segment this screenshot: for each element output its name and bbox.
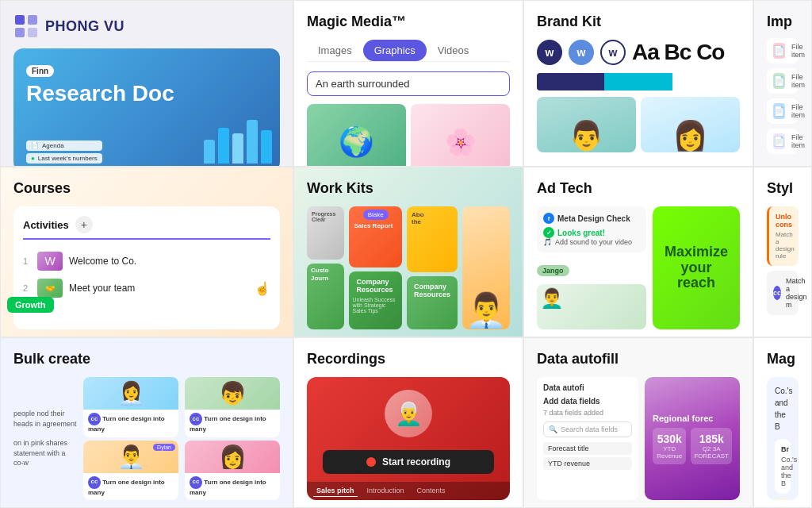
start-recording-button[interactable]: Start recording	[323, 450, 494, 474]
tab-graphics[interactable]: Graphics	[363, 40, 427, 61]
da-stat-2-num: 185k	[694, 433, 729, 445]
rec-dot-icon	[366, 457, 376, 467]
tab-images[interactable]: Images	[307, 40, 363, 61]
card-phongvu: PHONG VU Finn Research Doc 📄Agenda ●Last…	[0, 0, 293, 167]
looks-great: ✓ Looks great!	[543, 227, 640, 238]
mag-item-2: and match design m	[775, 498, 791, 500]
bulk-person-1-text: cc Turn one design into many	[83, 410, 178, 437]
wk-right-col: Abothe Company Resources	[407, 206, 458, 329]
styl-content: Unlo cons Match a design rule cc Match a…	[767, 206, 799, 315]
wk-mid-col: Blake Sales Report Company Resources Unl…	[349, 206, 401, 329]
jango-section: Jango	[537, 262, 646, 276]
da-stats: 530k YTD Revenue 185k Q2 3A FORECAST	[653, 428, 732, 464]
da-search-placeholder: Search data fields	[561, 425, 618, 433]
da-stat-2: 185k Q2 3A FORECAST	[691, 428, 732, 464]
card-brand-kit: Brand Kit w w w Aa Bc Co 👨 👩	[523, 0, 753, 167]
ad-tech-title: Ad Tech	[537, 180, 740, 197]
activities-label: Activities	[23, 219, 69, 231]
bk-logo-dark: w	[537, 40, 562, 65]
rec-avatar: 👨‍🦳	[385, 390, 432, 437]
card-bulk-create: Bulk create people nod their heads in ag…	[0, 337, 293, 508]
course-label-1: Welcome to Co.	[69, 256, 136, 267]
wk-custom-journey-text: CustoJourn	[307, 264, 344, 285]
wk-left-col: ProgressClear CustoJourn	[307, 206, 344, 329]
maximize-text: Maximize your reach	[661, 244, 732, 291]
person-photo-1: 👨	[537, 97, 636, 152]
start-recording-label: Start recording	[382, 456, 450, 468]
meta-icon: f	[543, 213, 554, 224]
mag-item-1-title: Br	[781, 445, 784, 453]
svg-rect-0	[15, 15, 25, 25]
da-search[interactable]: 🔍 Search data fields	[543, 421, 632, 437]
phongvu-logo: PHONG VU	[13, 13, 280, 39]
rec-tabs: Sales pitch Introduction Contents	[307, 482, 510, 500]
company-res-1-label: Company Resources	[352, 275, 398, 297]
cc-logo-styl: cc	[773, 286, 781, 300]
mag-title: Mag	[767, 351, 799, 368]
jango-badge: Jango	[537, 265, 569, 276]
card-magic-media: Magic Media™ Images Graphics Videos An e…	[293, 0, 523, 167]
magic-media-title: Magic Media™	[307, 13, 510, 30]
imp-item-label-3: File item	[791, 103, 805, 119]
finn-badge: Finn	[26, 65, 54, 77]
phongvu-brand-name: PHONG VU	[45, 18, 124, 35]
wk-company-res-1: Company Resources Unleash Success with S…	[349, 271, 401, 329]
mag-content: Co.'s and the B Br Co.'s and the B and m…	[767, 377, 799, 500]
tab-videos[interactable]: Videos	[427, 40, 481, 61]
imp-item-label-2: File item	[791, 73, 805, 89]
chart-bars	[204, 120, 272, 164]
da-field-2: YTD revenue	[543, 457, 632, 470]
flower-visual: 🌸	[411, 104, 510, 167]
bulk-person-2: 👨‍💼 cc Turn one design into many Dylan	[83, 441, 178, 501]
mag-item-1: Br Co.'s and the B	[775, 439, 791, 494]
mag-item-1-body: Co.'s and the B	[781, 456, 784, 487]
color-swatch-white	[672, 73, 740, 90]
photo-person2: 👩	[641, 97, 740, 152]
phongvu-logo-icon	[13, 13, 39, 39]
rec-tab-contents[interactable]: Contents	[414, 485, 449, 497]
person-photo-2: 👩	[641, 97, 740, 152]
imp-item-4: 📄 File item	[767, 129, 799, 154]
courses-content: Activities + 1 W Welcome to Co. 2 🤝 Meet…	[13, 206, 280, 329]
brand-kit-logos: w w w Aa Bc Co	[537, 40, 740, 65]
blake-badge: Blake	[363, 210, 389, 220]
wk-about-text: Abothe	[412, 211, 453, 225]
bulk-person-3: 👦 cc Turn one design into many	[185, 377, 280, 437]
imp-list: 📄 File item 📄 File item 📄 File item 📄 Fi…	[767, 38, 799, 154]
da-right-panel: Regional forec 530k YTD Revenue 185k Q2 …	[645, 377, 740, 500]
meta-check-label: Meta Design Check	[557, 214, 630, 223]
imp-item-3: 📄 File item	[767, 98, 799, 124]
course-item-1: 1 W Welcome to Co.	[23, 248, 270, 275]
da-field-count: 7 data fields added	[543, 409, 632, 417]
wk-company-res-2: Company Resources	[407, 276, 458, 329]
course-item-2: 2 🤝 Meet your team ☝️	[23, 275, 270, 302]
course-num-2: 2	[23, 283, 31, 293]
bulk-create-inner: people nod their heads in agreement on i…	[13, 377, 280, 500]
da-field-1: Forecast title	[543, 442, 632, 455]
bulk-left-text-1: people nod their heads in agreement	[13, 406, 77, 432]
dylan-badge: Dylan	[153, 444, 175, 451]
bulk-left-text-2: on in pink shares statement with a co-w	[13, 435, 77, 471]
magic-media-search[interactable]: An earth surrounded	[307, 71, 510, 96]
styl-item-2: cc Match a design m	[767, 271, 799, 315]
bulk-persons-col-2: 👦 cc Turn one design into many 👩 cc Turn…	[185, 377, 280, 500]
doc-meta-agenda: 📄Agenda	[26, 140, 102, 151]
ad-tech-right: Maximize your reach	[653, 206, 740, 329]
imp-item-1: 📄 File item	[767, 38, 799, 64]
rec-tab-sales-pitch[interactable]: Sales pitch	[313, 485, 358, 497]
svg-rect-1	[28, 15, 37, 25]
bulk-photo-3: 👦	[185, 377, 280, 410]
add-activity-button[interactable]: +	[75, 216, 93, 233]
imp-icon-2: 📄	[773, 73, 785, 89]
rec-tab-introduction[interactable]: Introduction	[364, 485, 408, 497]
styl-cc-row: cc Match a design m	[773, 277, 792, 309]
courses-title: Courses	[13, 180, 280, 197]
sales-report-label: Sales Report	[354, 222, 396, 229]
activities-header: Activities +	[23, 216, 270, 240]
check-icon: ✓	[543, 227, 554, 238]
bk-logo-light: w	[569, 40, 594, 65]
mag-items: Br Co.'s and the B and match design m	[775, 439, 791, 500]
da-stat-1-num: 530k	[656, 433, 683, 445]
bk-logo-outline: w	[600, 40, 626, 65]
da-forecast-title: Regional forec	[653, 414, 732, 423]
